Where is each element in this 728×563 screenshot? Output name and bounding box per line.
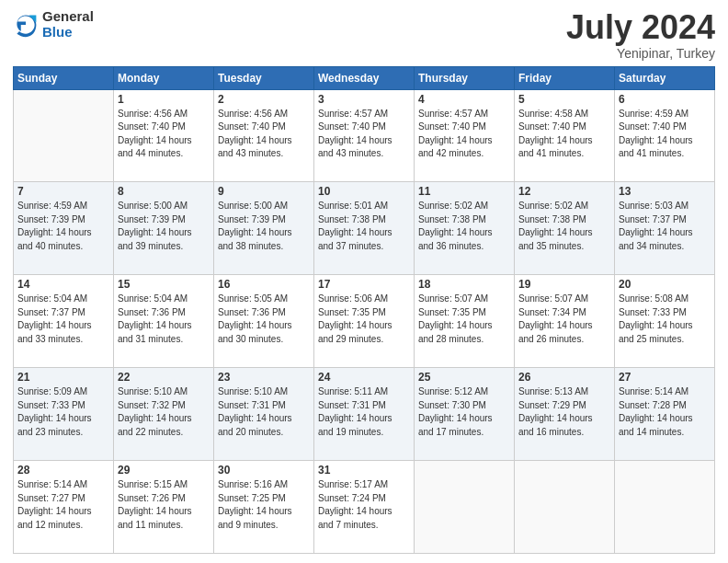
title-block: July 2024 Yenipinar, Turkey xyxy=(566,9,715,61)
day-number: 12 xyxy=(518,185,610,198)
calendar-cell: 9Sunrise: 5:00 AM Sunset: 7:39 PM Daylig… xyxy=(214,182,314,275)
day-number: 29 xyxy=(118,464,210,477)
day-info: Sunrise: 5:04 AM Sunset: 7:36 PM Dayligh… xyxy=(118,293,210,346)
calendar-cell xyxy=(615,461,715,554)
day-info: Sunrise: 5:16 AM Sunset: 7:25 PM Dayligh… xyxy=(218,478,310,532)
day-info: Sunrise: 5:15 AM Sunset: 7:26 PM Dayligh… xyxy=(118,478,210,532)
calendar-cell: 19Sunrise: 5:07 AM Sunset: 7:34 PM Dayli… xyxy=(515,275,615,368)
calendar-cell xyxy=(14,89,114,182)
calendar-cell: 22Sunrise: 5:10 AM Sunset: 7:32 PM Dayli… xyxy=(114,368,214,461)
weekday-header-row: SundayMondayTuesdayWednesdayThursdayFrid… xyxy=(14,66,715,89)
calendar-cell: 2Sunrise: 4:56 AM Sunset: 7:40 PM Daylig… xyxy=(214,89,314,182)
day-info: Sunrise: 5:02 AM Sunset: 7:38 PM Dayligh… xyxy=(518,200,610,253)
day-info: Sunrise: 5:07 AM Sunset: 7:35 PM Dayligh… xyxy=(418,293,510,346)
day-info: Sunrise: 5:12 AM Sunset: 7:30 PM Dayligh… xyxy=(418,385,510,439)
day-number: 1 xyxy=(118,93,210,106)
calendar-table: SundayMondayTuesdayWednesdayThursdayFrid… xyxy=(13,66,715,554)
weekday-header-monday: Monday xyxy=(114,66,214,89)
day-number: 2 xyxy=(218,93,310,106)
calendar-cell: 10Sunrise: 5:01 AM Sunset: 7:38 PM Dayli… xyxy=(314,182,415,275)
day-info: Sunrise: 5:03 AM Sunset: 7:37 PM Dayligh… xyxy=(619,200,711,253)
day-number: 25 xyxy=(418,371,510,384)
day-number: 24 xyxy=(318,371,410,384)
calendar-cell: 31Sunrise: 5:17 AM Sunset: 7:24 PM Dayli… xyxy=(314,461,415,554)
day-info: Sunrise: 4:59 AM Sunset: 7:40 PM Dayligh… xyxy=(619,108,711,161)
page: General Blue July 2024 Yenipinar, Turkey… xyxy=(0,0,728,563)
day-info: Sunrise: 5:02 AM Sunset: 7:38 PM Dayligh… xyxy=(418,200,510,253)
day-info: Sunrise: 4:56 AM Sunset: 7:40 PM Dayligh… xyxy=(118,108,210,161)
day-number: 26 xyxy=(518,371,610,384)
calendar-cell: 24Sunrise: 5:11 AM Sunset: 7:31 PM Dayli… xyxy=(314,368,415,461)
week-row-4: 21Sunrise: 5:09 AM Sunset: 7:33 PM Dayli… xyxy=(14,368,715,461)
calendar-cell xyxy=(515,461,615,554)
day-info: Sunrise: 5:00 AM Sunset: 7:39 PM Dayligh… xyxy=(218,200,310,253)
calendar-cell: 28Sunrise: 5:14 AM Sunset: 7:27 PM Dayli… xyxy=(14,461,114,554)
calendar-cell: 11Sunrise: 5:02 AM Sunset: 7:38 PM Dayli… xyxy=(415,182,515,275)
header: General Blue July 2024 Yenipinar, Turkey xyxy=(13,9,715,61)
calendar-cell: 17Sunrise: 5:06 AM Sunset: 7:35 PM Dayli… xyxy=(314,275,415,368)
logo: General Blue xyxy=(13,9,94,40)
calendar-cell: 4Sunrise: 4:57 AM Sunset: 7:40 PM Daylig… xyxy=(415,89,515,182)
day-info: Sunrise: 5:14 AM Sunset: 7:28 PM Dayligh… xyxy=(619,385,711,439)
day-info: Sunrise: 4:57 AM Sunset: 7:40 PM Dayligh… xyxy=(418,108,510,161)
calendar-cell: 14Sunrise: 5:04 AM Sunset: 7:37 PM Dayli… xyxy=(14,275,114,368)
day-number: 13 xyxy=(619,185,711,198)
day-info: Sunrise: 4:58 AM Sunset: 7:40 PM Dayligh… xyxy=(518,108,610,161)
calendar-cell: 8Sunrise: 5:00 AM Sunset: 7:39 PM Daylig… xyxy=(114,182,214,275)
logo-blue-text: Blue xyxy=(42,25,94,40)
logo-icon xyxy=(13,12,39,38)
week-row-1: 1Sunrise: 4:56 AM Sunset: 7:40 PM Daylig… xyxy=(14,89,715,182)
day-number: 6 xyxy=(619,93,711,106)
calendar-cell: 12Sunrise: 5:02 AM Sunset: 7:38 PM Dayli… xyxy=(515,182,615,275)
calendar-cell: 15Sunrise: 5:04 AM Sunset: 7:36 PM Dayli… xyxy=(114,275,214,368)
day-number: 17 xyxy=(318,278,410,291)
calendar-cell: 6Sunrise: 4:59 AM Sunset: 7:40 PM Daylig… xyxy=(615,89,715,182)
day-number: 21 xyxy=(17,371,109,384)
calendar-cell: 29Sunrise: 5:15 AM Sunset: 7:26 PM Dayli… xyxy=(114,461,214,554)
weekday-header-thursday: Thursday xyxy=(415,66,515,89)
day-number: 14 xyxy=(17,278,109,291)
calendar-cell: 27Sunrise: 5:14 AM Sunset: 7:28 PM Dayli… xyxy=(615,368,715,461)
day-info: Sunrise: 5:17 AM Sunset: 7:24 PM Dayligh… xyxy=(318,478,410,532)
calendar-cell: 23Sunrise: 5:10 AM Sunset: 7:31 PM Dayli… xyxy=(214,368,314,461)
day-number: 4 xyxy=(418,93,510,106)
day-info: Sunrise: 5:11 AM Sunset: 7:31 PM Dayligh… xyxy=(318,385,410,439)
day-number: 23 xyxy=(218,371,310,384)
subtitle: Yenipinar, Turkey xyxy=(566,46,715,61)
week-row-2: 7Sunrise: 4:59 AM Sunset: 7:39 PM Daylig… xyxy=(14,182,715,275)
day-info: Sunrise: 5:13 AM Sunset: 7:29 PM Dayligh… xyxy=(518,385,610,439)
weekday-header-sunday: Sunday xyxy=(14,66,114,89)
day-info: Sunrise: 4:56 AM Sunset: 7:40 PM Dayligh… xyxy=(218,108,310,161)
calendar-cell: 16Sunrise: 5:05 AM Sunset: 7:36 PM Dayli… xyxy=(214,275,314,368)
day-info: Sunrise: 4:57 AM Sunset: 7:40 PM Dayligh… xyxy=(318,108,410,161)
calendar-cell: 7Sunrise: 4:59 AM Sunset: 7:39 PM Daylig… xyxy=(14,182,114,275)
day-number: 28 xyxy=(17,464,109,477)
day-info: Sunrise: 5:10 AM Sunset: 7:31 PM Dayligh… xyxy=(218,385,310,439)
day-number: 18 xyxy=(418,278,510,291)
day-info: Sunrise: 5:10 AM Sunset: 7:32 PM Dayligh… xyxy=(118,385,210,439)
day-number: 3 xyxy=(318,93,410,106)
calendar-cell: 3Sunrise: 4:57 AM Sunset: 7:40 PM Daylig… xyxy=(314,89,415,182)
calendar-cell: 1Sunrise: 4:56 AM Sunset: 7:40 PM Daylig… xyxy=(114,89,214,182)
day-info: Sunrise: 4:59 AM Sunset: 7:39 PM Dayligh… xyxy=(17,200,109,253)
day-info: Sunrise: 5:09 AM Sunset: 7:33 PM Dayligh… xyxy=(17,385,109,439)
day-number: 27 xyxy=(619,371,711,384)
day-number: 10 xyxy=(318,185,410,198)
day-info: Sunrise: 5:07 AM Sunset: 7:34 PM Dayligh… xyxy=(518,293,610,346)
day-number: 11 xyxy=(418,185,510,198)
weekday-header-tuesday: Tuesday xyxy=(214,66,314,89)
calendar-cell: 20Sunrise: 5:08 AM Sunset: 7:33 PM Dayli… xyxy=(615,275,715,368)
week-row-3: 14Sunrise: 5:04 AM Sunset: 7:37 PM Dayli… xyxy=(14,275,715,368)
day-number: 31 xyxy=(318,464,410,477)
main-title: July 2024 xyxy=(566,9,715,46)
day-number: 5 xyxy=(518,93,610,106)
weekday-header-saturday: Saturday xyxy=(615,66,715,89)
weekday-header-wednesday: Wednesday xyxy=(314,66,415,89)
calendar-cell: 5Sunrise: 4:58 AM Sunset: 7:40 PM Daylig… xyxy=(515,89,615,182)
calendar-cell: 30Sunrise: 5:16 AM Sunset: 7:25 PM Dayli… xyxy=(214,461,314,554)
calendar-cell: 18Sunrise: 5:07 AM Sunset: 7:35 PM Dayli… xyxy=(415,275,515,368)
day-number: 30 xyxy=(218,464,310,477)
calendar-cell: 26Sunrise: 5:13 AM Sunset: 7:29 PM Dayli… xyxy=(515,368,615,461)
calendar-cell: 25Sunrise: 5:12 AM Sunset: 7:30 PM Dayli… xyxy=(415,368,515,461)
day-info: Sunrise: 5:05 AM Sunset: 7:36 PM Dayligh… xyxy=(218,293,310,346)
